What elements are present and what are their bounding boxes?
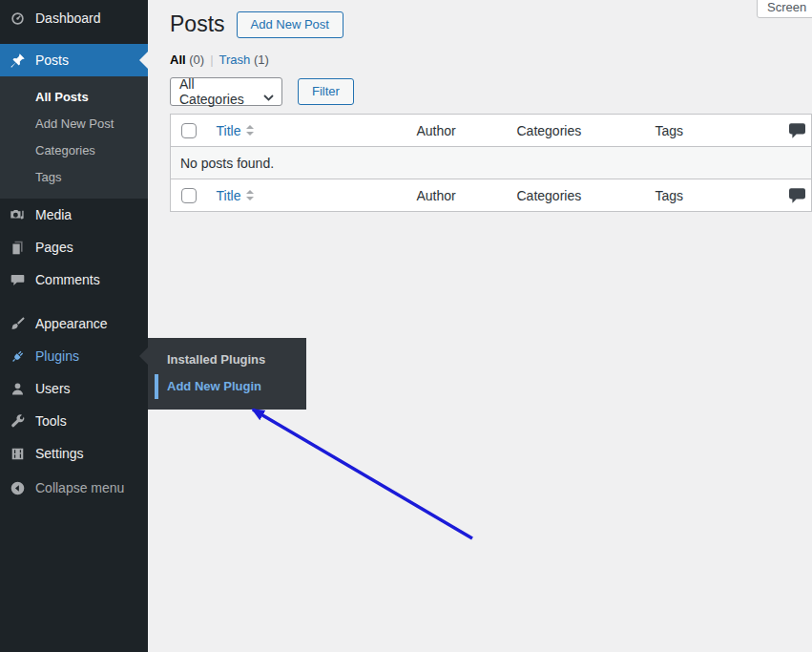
page-title: Posts xyxy=(170,11,225,38)
plugins-flyout-menu: Installed Plugins Add New Plugin xyxy=(148,338,306,410)
pages-icon xyxy=(8,238,27,257)
screen-options-button[interactable]: Screen xyxy=(757,0,812,18)
filter-all-label: All xyxy=(170,53,186,67)
column-header-author: Author xyxy=(407,179,508,212)
sidebar-item-label: Dashboard xyxy=(35,11,101,26)
filter-trash-link[interactable]: Trash (1) xyxy=(219,53,269,67)
sidebar-item-dashboard[interactable]: Dashboard xyxy=(0,2,148,34)
filter-separator: | xyxy=(210,53,213,67)
category-filter-select[interactable]: All Categories xyxy=(170,77,282,106)
submenu-item-categories[interactable]: Categories xyxy=(0,137,148,164)
submenu-item-add-new-post[interactable]: Add New Post xyxy=(0,111,148,137)
column-header-categories: Categories xyxy=(508,115,646,147)
empty-table-message: No posts found. xyxy=(171,147,812,179)
table-header-row: Title Author Categories Tags xyxy=(171,115,812,147)
posts-list-table: Title Author Categories Tags No posts fo… xyxy=(170,114,812,212)
select-all-checkbox[interactable] xyxy=(181,188,197,203)
chevron-down-icon xyxy=(263,89,274,104)
post-status-filters: All (0)|Trash (1) xyxy=(170,53,812,67)
collapse-arrow-icon xyxy=(8,478,27,497)
flyout-item-add-new-plugin[interactable]: Add New Plugin xyxy=(148,373,306,400)
sidebar-item-label: Tools xyxy=(35,413,67,429)
submenu-item-all-posts[interactable]: All Posts xyxy=(0,84,148,111)
flyout-item-installed-plugins[interactable]: Installed Plugins xyxy=(148,347,306,373)
sidebar-item-users[interactable]: Users xyxy=(0,372,148,405)
admin-sidebar: Dashboard Posts All Posts Add New Post C… xyxy=(0,0,148,652)
column-header-title: Title xyxy=(217,123,241,138)
posts-page: Screen Posts Add New Post All (0)|Trash … xyxy=(148,0,812,652)
paintbrush-icon xyxy=(8,314,27,333)
sidebar-item-label: Plugins xyxy=(35,348,79,364)
column-header-categories: Categories xyxy=(508,179,646,212)
filter-all-link[interactable]: All (0) xyxy=(170,53,204,67)
wrench-icon xyxy=(8,411,27,431)
user-icon xyxy=(8,379,27,398)
sidebar-item-label: Pages xyxy=(35,240,73,255)
sidebar-item-label: Appearance xyxy=(35,316,108,331)
comment-bubble-icon xyxy=(789,123,805,138)
pushpin-icon xyxy=(8,51,27,70)
sort-arrows-icon xyxy=(246,190,254,200)
submenu-item-tags[interactable]: Tags xyxy=(0,164,148,191)
sidebar-item-collapse-menu[interactable]: Collapse menu xyxy=(0,472,148,504)
camera-icon xyxy=(8,205,27,224)
page-header: Posts Add New Post xyxy=(170,10,812,40)
sidebar-item-plugins[interactable]: Plugins xyxy=(0,340,148,372)
plug-icon xyxy=(8,347,27,366)
column-header-comments xyxy=(780,115,812,147)
list-table-toolbar: All Categories Filter xyxy=(170,77,812,106)
posts-submenu: All Posts Add New Post Categories Tags xyxy=(0,76,148,199)
sidebar-item-label: Comments xyxy=(35,272,100,287)
sidebar-item-tools[interactable]: Tools xyxy=(0,405,148,437)
menu-separator xyxy=(0,296,148,307)
column-header-comments xyxy=(780,179,812,212)
filter-button[interactable]: Filter xyxy=(298,78,354,105)
table-row: No posts found. xyxy=(171,147,812,179)
column-header-tags: Tags xyxy=(646,179,780,212)
filter-all-count: (0) xyxy=(189,53,204,67)
table-footer-row: Title Author Categories Tags xyxy=(171,179,812,212)
select-all-checkbox[interactable] xyxy=(181,123,197,138)
sort-by-title-link[interactable]: Title xyxy=(217,123,255,138)
sidebar-item-media[interactable]: Media xyxy=(0,199,148,231)
sidebar-item-comments[interactable]: Comments xyxy=(0,263,148,296)
sidebar-item-pages[interactable]: Pages xyxy=(0,231,148,263)
sidebar-item-settings[interactable]: Settings xyxy=(0,437,148,470)
category-filter-value: All Categories xyxy=(179,76,257,107)
comment-bubble-icon xyxy=(8,270,27,289)
sort-by-title-link[interactable]: Title xyxy=(217,188,255,203)
column-header-author: Author xyxy=(407,115,508,147)
add-new-post-button[interactable]: Add New Post xyxy=(237,11,344,38)
sort-arrows-icon xyxy=(246,125,254,136)
filter-trash-count: (1) xyxy=(254,53,269,67)
menu-separator xyxy=(0,34,148,44)
sidebar-item-label: Posts xyxy=(35,53,69,68)
sidebar-item-label: Settings xyxy=(35,446,84,461)
sidebar-item-appearance[interactable]: Appearance xyxy=(0,307,148,340)
sidebar-item-label: Media xyxy=(35,207,72,222)
sidebar-item-label: Collapse menu xyxy=(35,480,124,495)
sidebar-item-label: Users xyxy=(35,381,71,396)
comment-bubble-icon xyxy=(789,188,805,203)
column-header-title: Title xyxy=(217,188,241,203)
sliders-icon xyxy=(8,444,27,463)
column-header-tags: Tags xyxy=(646,115,780,147)
sidebar-item-posts[interactable]: Posts xyxy=(0,44,148,76)
filter-trash-label: Trash xyxy=(219,53,251,67)
gauge-icon xyxy=(8,9,27,28)
